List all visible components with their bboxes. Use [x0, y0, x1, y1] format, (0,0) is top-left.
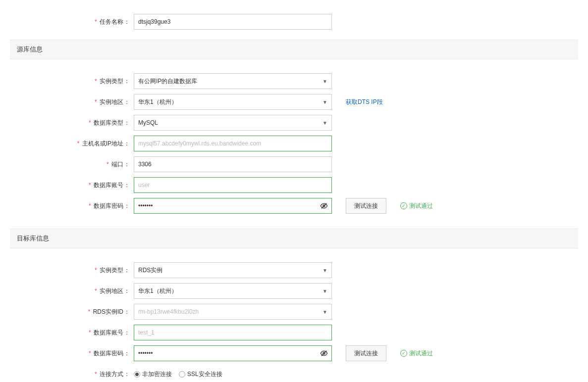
source-host-label: 主机名或IP地址 — [82, 140, 123, 147]
caret-down-icon: ▼ — [322, 268, 327, 273]
source-instance-type-select[interactable]: 有公网IP的自建数据库 ▼ — [134, 73, 332, 89]
target-region-select[interactable]: 华东1（杭州） ▼ — [134, 283, 332, 299]
target-rds-id-label: RDS实例ID — [93, 308, 123, 315]
source-region-label: 实例地区 — [100, 98, 123, 105]
check-circle-icon: ✓ — [400, 350, 407, 357]
target-account-row: * 数据库账号： — [10, 325, 578, 340]
eye-icon[interactable] — [320, 202, 328, 210]
target-rds-id-select[interactable]: rm-bp13rwe4fkbu2l0zh ▼ — [134, 304, 332, 320]
target-region-row: * 实例地区： 华东1（杭州） ▼ — [10, 283, 578, 299]
target-test-status-text: 测试通过 — [409, 349, 433, 358]
source-region-value: 华东1（杭州） — [138, 98, 177, 106]
source-region-row: * 实例地区： 华东1（杭州） ▼ 获取DTS IP段 — [10, 94, 578, 110]
source-host-input[interactable] — [134, 136, 332, 151]
target-account-label: 数据库账号 — [94, 329, 123, 336]
source-port-row: * 端口： — [10, 156, 578, 172]
source-account-label: 数据库账号 — [94, 182, 123, 189]
conn-mode-plain-label: 非加密连接 — [142, 370, 172, 379]
conn-mode-radio-group: 非加密连接 SSL安全连接 — [134, 370, 222, 379]
target-account-input[interactable] — [134, 325, 332, 340]
target-instance-type-value: RDS实例 — [138, 266, 162, 275]
target-rds-id-row: * RDS实例ID： rm-bp13rwe4fkbu2l0zh ▼ — [10, 304, 578, 320]
required-asterisk: * — [95, 18, 97, 25]
dts-ip-link[interactable]: 获取DTS IP段 — [346, 98, 383, 106]
radio-icon — [134, 371, 140, 378]
check-circle-icon: ✓ — [400, 202, 407, 209]
source-password-input[interactable] — [134, 198, 332, 214]
source-db-type-value: MySQL — [138, 119, 158, 126]
target-conn-mode-label: 连接方式 — [100, 371, 123, 378]
caret-down-icon: ▼ — [322, 99, 327, 105]
target-test-status: ✓ 测试通过 — [400, 349, 433, 358]
target-instance-type-label: 实例类型 — [100, 267, 123, 274]
source-password-row: * 数据库密码： 测试连接 ✓ 测试通过 — [10, 198, 578, 214]
target-region-label: 实例地区 — [100, 287, 123, 294]
caret-down-icon: ▼ — [322, 309, 327, 315]
source-port-label: 端口 — [111, 161, 123, 168]
target-section-header: 目标库信息 — [10, 229, 578, 248]
task-name-row: * 任务名称： — [10, 14, 578, 30]
source-test-connection-button[interactable]: 测试连接 — [346, 198, 386, 214]
source-account-input[interactable] — [134, 177, 332, 193]
caret-down-icon: ▼ — [322, 79, 327, 84]
source-instance-type-value: 有公网IP的自建数据库 — [138, 77, 197, 86]
caret-down-icon: ▼ — [322, 120, 327, 126]
source-db-type-label: 数据库类型 — [94, 119, 123, 126]
target-test-connection-button[interactable]: 测试连接 — [346, 345, 386, 361]
source-region-select[interactable]: 华东1（杭州） ▼ — [134, 94, 332, 110]
radio-icon — [179, 371, 185, 378]
source-host-row: * 主机名或IP地址： — [10, 136, 578, 151]
source-test-status-text: 测试通过 — [409, 202, 433, 210]
caret-down-icon: ▼ — [322, 288, 327, 294]
target-password-input[interactable] — [134, 345, 332, 361]
target-conn-mode-row: * 连接方式： 非加密连接 SSL安全连接 — [10, 366, 578, 382]
source-test-status: ✓ 测试通过 — [400, 202, 433, 210]
conn-mode-plain-radio[interactable]: 非加密连接 — [134, 370, 172, 379]
conn-mode-ssl-label: SSL安全连接 — [187, 370, 222, 379]
task-name-input[interactable] — [134, 14, 332, 30]
conn-mode-ssl-radio[interactable]: SSL安全连接 — [179, 370, 222, 379]
target-password-row: * 数据库密码： 测试连接 ✓ 测试通过 — [10, 345, 578, 361]
target-rds-id-value: rm-bp13rwe4fkbu2l0zh — [138, 308, 199, 315]
target-instance-type-select[interactable]: RDS实例 ▼ — [134, 262, 332, 278]
source-db-type-row: * 数据库类型： MySQL ▼ — [10, 115, 578, 131]
source-port-input[interactable] — [134, 156, 332, 172]
source-instance-type-row: * 实例类型： 有公网IP的自建数据库 ▼ — [10, 73, 578, 89]
target-instance-type-row: * 实例类型： RDS实例 ▼ — [10, 262, 578, 278]
eye-icon[interactable] — [320, 349, 328, 357]
source-db-type-select[interactable]: MySQL ▼ — [134, 115, 332, 131]
source-account-row: * 数据库账号： — [10, 177, 578, 193]
target-password-label: 数据库密码 — [94, 350, 123, 357]
target-region-value: 华东1（杭州） — [138, 287, 177, 295]
source-instance-type-label: 实例类型 — [100, 78, 123, 85]
source-password-label: 数据库密码 — [94, 202, 123, 209]
source-section-header: 源库信息 — [10, 40, 578, 59]
task-name-label: * 任务名称： — [10, 18, 134, 26]
task-name-label-text: 任务名称 — [100, 18, 123, 25]
